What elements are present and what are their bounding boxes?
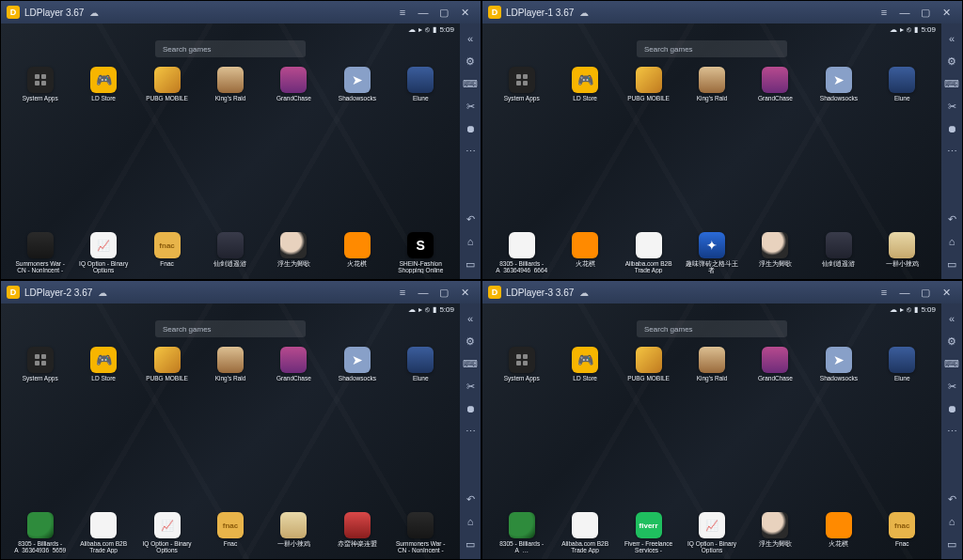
app-icon[interactable] [27, 232, 54, 258]
app-shortcut[interactable]: System Apps [492, 67, 551, 108]
app-shortcut[interactable]: 🎮LD Store [73, 67, 133, 108]
app-shortcut[interactable]: 8305 - Billiards - A_36364936_5659 [10, 512, 70, 553]
gear-icon[interactable]: ⚙ [460, 330, 481, 352]
back-icon[interactable]: ↶ [460, 208, 481, 230]
app-icon[interactable] [407, 67, 434, 93]
app-shortcut[interactable]: ➤Shadowsocks [327, 67, 387, 108]
app-shortcut[interactable]: GrandChase [746, 347, 805, 388]
more-icon[interactable]: ⋯ [941, 420, 962, 443]
app-shortcut[interactable]: 8305 - Billiards - A_… [492, 512, 551, 553]
app-icon[interactable]: ➤ [344, 347, 371, 373]
app-icon[interactable]: S [407, 232, 434, 258]
app-shortcut[interactable]: King's Raid [682, 67, 741, 108]
app-icon[interactable] [217, 232, 244, 258]
app-icon[interactable] [636, 232, 662, 258]
app-icon[interactable] [344, 512, 371, 538]
minimize-icon[interactable]: — [413, 2, 434, 23]
gear-icon[interactable]: ⚙ [941, 50, 962, 72]
app-shortcut[interactable]: SSHEIN-Fashion Shopping Online [391, 232, 450, 273]
app-shortcut[interactable]: Elune [391, 347, 450, 388]
app-shortcut[interactable]: 赤蛮神楽连盟 [327, 512, 387, 553]
minimize-icon[interactable]: — [894, 282, 915, 303]
menu-icon[interactable]: ≡ [874, 282, 894, 303]
app-shortcut[interactable]: 一群小辣鸡 [873, 232, 932, 273]
back-icon[interactable]: ↶ [941, 488, 962, 510]
app-shortcut[interactable]: System Apps [492, 347, 551, 388]
close-icon[interactable]: ✕ [454, 2, 475, 23]
keyboard-icon[interactable]: ⌨ [941, 72, 962, 95]
app-shortcut[interactable]: 🎮LD Store [73, 347, 133, 388]
minimize-icon[interactable]: — [413, 282, 434, 303]
app-icon[interactable]: 🎮 [90, 67, 117, 93]
app-icon[interactable]: 📈 [90, 232, 117, 258]
collapse-icon[interactable]: « [941, 307, 962, 330]
app-icon[interactable]: ➤ [826, 347, 852, 373]
keyboard-icon[interactable]: ⌨ [460, 352, 481, 375]
app-shortcut[interactable]: 火花棋 [555, 232, 614, 273]
maximize-icon[interactable]: ▢ [434, 2, 454, 23]
app-shortcut[interactable]: 浮生为卿歌 [746, 232, 805, 273]
app-icon[interactable] [762, 347, 788, 373]
app-shortcut[interactable]: 仙剑逍遥游 [200, 232, 260, 273]
app-shortcut[interactable]: Summoners War - CN - NonIncent - Android [10, 232, 70, 273]
minimize-icon[interactable]: — [894, 2, 915, 23]
app-shortcut[interactable]: King's Raid [200, 67, 260, 108]
app-shortcut[interactable]: 火花棋 [327, 232, 387, 273]
search-input[interactable]: Search games [637, 320, 787, 337]
app-shortcut[interactable]: fiverrFiverr - Freelance Services - AD,A… [619, 512, 678, 553]
app-shortcut[interactable]: fnacFnac [873, 512, 932, 553]
app-icon[interactable]: fnac [217, 512, 244, 538]
collapse-icon[interactable]: « [941, 27, 962, 50]
app-icon[interactable] [636, 67, 662, 93]
collapse-icon[interactable]: « [460, 27, 481, 50]
app-shortcut[interactable]: 📈IQ Option - Binary Options [682, 512, 741, 553]
app-icon[interactable] [509, 512, 535, 538]
cloud-icon[interactable]: ☁ [89, 8, 99, 18]
app-icon[interactable] [217, 67, 244, 93]
app-icon[interactable]: fiverr [636, 512, 662, 538]
cloud-icon[interactable]: ☁ [579, 288, 589, 298]
menu-icon[interactable]: ≡ [874, 2, 894, 23]
gear-icon[interactable]: ⚙ [941, 330, 962, 352]
app-icon[interactable] [762, 232, 788, 258]
app-shortcut[interactable]: ➤Shadowsocks [327, 347, 387, 388]
menu-icon[interactable]: ≡ [392, 282, 413, 303]
collapse-icon[interactable]: « [460, 307, 481, 330]
app-icon[interactable] [154, 67, 181, 93]
app-shortcut[interactable]: 一群小辣鸡 [264, 512, 324, 553]
app-shortcut[interactable]: Alibaba.com B2B Trade App [555, 512, 614, 553]
recent-icon[interactable]: ▭ [941, 533, 962, 555]
more-icon[interactable]: ⋯ [941, 140, 962, 163]
close-icon[interactable]: ✕ [936, 282, 956, 303]
app-shortcut[interactable]: ➤Shadowsocks [809, 347, 868, 388]
close-icon[interactable]: ✕ [936, 2, 956, 23]
app-shortcut[interactable]: ✦趣味弹砖之格斗王者 [682, 232, 741, 273]
close-icon[interactable]: ✕ [454, 282, 475, 303]
app-icon[interactable] [344, 232, 371, 258]
recent-icon[interactable]: ▭ [460, 533, 481, 555]
app-shortcut[interactable]: Elune [873, 67, 932, 108]
app-icon[interactable] [407, 347, 434, 373]
app-icon[interactable] [280, 232, 307, 258]
app-shortcut[interactable]: 浮生为卿歌 [264, 232, 324, 273]
app-shortcut[interactable]: 🎮LD Store [555, 67, 614, 108]
scissors-icon[interactable]: ✂ [941, 95, 962, 117]
app-icon[interactable] [509, 232, 535, 258]
scissors-icon[interactable]: ✂ [941, 375, 962, 397]
app-icon[interactable] [762, 67, 788, 93]
back-icon[interactable]: ↶ [941, 208, 962, 230]
app-icon[interactable] [217, 347, 244, 373]
app-icon[interactable] [509, 347, 535, 373]
app-shortcut[interactable]: PUBG MOBILE [619, 347, 678, 388]
app-icon[interactable] [509, 67, 535, 93]
home-icon[interactable]: ⌂ [941, 230, 962, 253]
app-icon[interactable] [27, 347, 54, 373]
app-shortcut[interactable]: PUBG MOBILE [137, 67, 197, 108]
app-icon[interactable] [90, 512, 117, 538]
app-icon[interactable]: ✦ [699, 232, 725, 258]
app-icon[interactable] [572, 512, 598, 538]
app-icon[interactable] [889, 67, 915, 93]
app-icon[interactable] [280, 347, 307, 373]
record-icon[interactable]: ⏺ [460, 397, 481, 420]
app-shortcut[interactable]: 📈IQ Option - Binary Options [73, 232, 133, 273]
